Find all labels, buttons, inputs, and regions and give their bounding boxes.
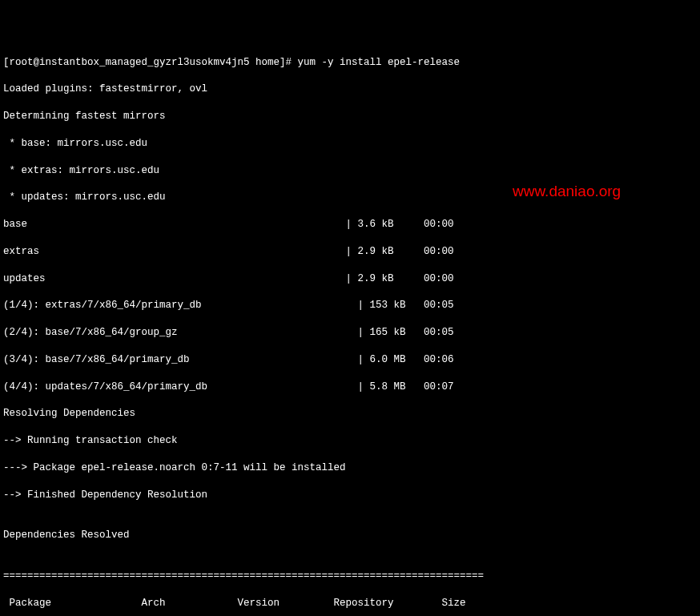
terminal-output-line: --> Running transaction check bbox=[3, 434, 697, 448]
terminal-output-line: extras | 2.9 kB 00:00 bbox=[3, 245, 697, 259]
terminal-output-line: (2/4): base/7/x86_64/group_gz | 165 kB 0… bbox=[3, 326, 697, 340]
terminal-output-line: base | 3.6 kB 00:00 bbox=[3, 218, 697, 232]
terminal-output-line: * base: mirrors.usc.edu bbox=[3, 137, 697, 151]
terminal-divider: ========================================… bbox=[3, 570, 697, 583]
shell-prompt-line[interactable]: [root@instantbox_managed_gyzrl3usokmv4jn… bbox=[3, 56, 697, 70]
terminal-output-line: ---> Package epel-release.noarch 0:7-11 … bbox=[3, 461, 697, 475]
terminal-output-line: Loaded plugins: fastestmirror, ovl bbox=[3, 83, 697, 96]
terminal-output-line: Dependencies Resolved bbox=[3, 529, 697, 542]
terminal-output-line: Resolving Dependencies bbox=[3, 407, 697, 421]
terminal-output-line: updates | 2.9 kB 00:00 bbox=[3, 272, 697, 286]
terminal-output-line: (3/4): base/7/x86_64/primary_db | 6.0 MB… bbox=[3, 353, 697, 367]
terminal-output-line: (1/4): extras/7/x86_64/primary_db | 153 … bbox=[3, 299, 697, 312]
terminal-output-line: * extras: mirrors.usc.edu bbox=[3, 164, 697, 178]
terminal-output-line: (4/4): updates/7/x86_64/primary_db | 5.8… bbox=[3, 380, 697, 394]
terminal-output-line: --> Finished Dependency Resolution bbox=[3, 489, 697, 502]
watermark-url: www.daniao.org bbox=[513, 181, 621, 202]
terminal-output-line: Determining fastest mirrors bbox=[3, 110, 697, 123]
table-header: Package Arch Version Repository Size bbox=[3, 597, 697, 610]
